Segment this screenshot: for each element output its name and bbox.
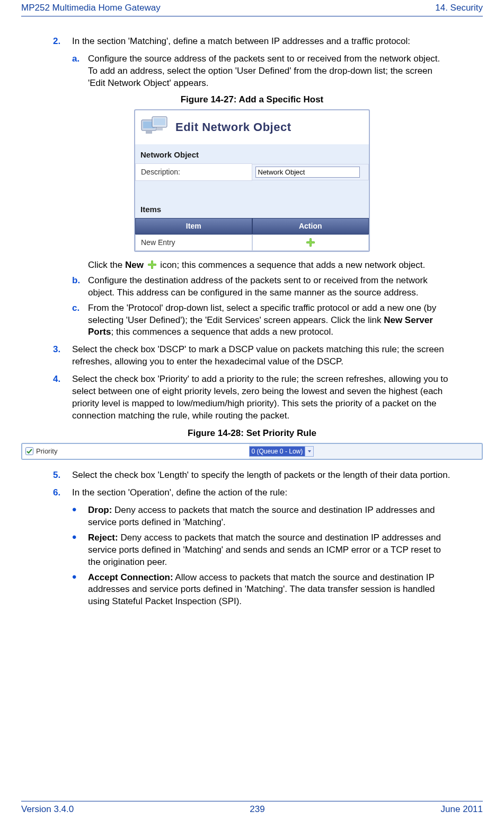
page-header: MP252 Multimedia Home Gateway 14. Securi… — [21, 0, 483, 14]
priority-left: Priority — [22, 444, 249, 459]
cont-pre: Click the — [88, 260, 125, 270]
cont-new-bold: New — [125, 260, 144, 270]
priority-select[interactable]: 0 (Queue 0 - Low) — [249, 446, 314, 457]
step-2b-letter: b. — [72, 275, 88, 299]
priority-select-value: 0 (Queue 0 - Low) — [250, 447, 305, 456]
bullet-icon: • — [72, 504, 88, 529]
step-2a-continuation: Click the New icon; this commences a seq… — [88, 259, 451, 272]
page-footer: Version 3.4.0 239 June 2011 — [21, 801, 483, 816]
edit-network-object-panel: Edit Network Object Network Object Descr… — [134, 109, 370, 252]
bullet-reject: • Reject: Deny access to packets that ma… — [72, 532, 451, 569]
step-3: 3. Select the check box 'DSCP' to mark a… — [53, 344, 451, 368]
section-network-object: Network Object — [135, 144, 369, 163]
step-2a: a. Configure the source address of the p… — [72, 53, 451, 90]
bullet-accept: • Accept Connection: Allow access to pac… — [72, 572, 451, 608]
main-content: 2. In the section 'Matching', define a m… — [21, 36, 483, 440]
bullet-drop-body: Drop: Deny access to packets that match … — [88, 504, 451, 529]
header-right: 14. Security — [435, 2, 483, 14]
cont-post: icon; this commences a sequence that add… — [158, 260, 426, 270]
description-cell — [252, 164, 369, 180]
svg-rect-5 — [156, 128, 163, 130]
items-table-header: Item Action — [135, 218, 369, 234]
step-2c-body: From the 'Protocol' drop-down list, sele… — [88, 302, 451, 339]
figure-14-28-caption: Figure 14-28: Set Priority Rule — [53, 428, 451, 440]
step-4-text: Select the check box 'Priority' to add a… — [72, 373, 451, 422]
drop-text: Deny access to packets that match the so… — [88, 505, 435, 527]
bullet-accept-body: Accept Connection: Allow access to packe… — [88, 572, 451, 608]
footer-rule — [21, 801, 483, 801]
footer-right: June 2011 — [441, 804, 483, 816]
step-6-text: In the section 'Operation', define the a… — [72, 487, 451, 499]
description-label: Description: — [135, 163, 252, 181]
monitor-icon — [139, 115, 170, 140]
step-2c-letter: c. — [72, 302, 88, 339]
header-left: MP252 Multimedia Home Gateway — [21, 2, 161, 14]
description-input[interactable] — [255, 167, 360, 178]
svg-rect-13 — [148, 264, 156, 265]
add-icon-inline — [147, 260, 157, 269]
items-table-row-new[interactable]: New Entry — [135, 234, 369, 251]
step-2a-letter: a. — [72, 53, 88, 90]
footer-center: 239 — [250, 804, 264, 816]
step-2-number: 2. — [53, 36, 72, 48]
drop-bold: Drop: — [88, 505, 112, 515]
step-3-number: 3. — [53, 344, 72, 368]
add-icon[interactable] — [306, 238, 315, 247]
new-entry-action-cell — [252, 234, 369, 251]
priority-rule-panel: Priority 0 (Queue 0 - Low) — [21, 443, 483, 460]
step-2: 2. In the section 'Matching', define a m… — [53, 36, 451, 48]
priority-label: Priority — [36, 447, 57, 456]
svg-rect-14 — [26, 448, 33, 455]
step-2c: c. From the 'Protocol' drop-down list, s… — [72, 302, 451, 339]
description-row: Description: — [135, 163, 369, 181]
step-2c-post: ; this commences a sequence that adds a … — [111, 327, 333, 337]
svg-rect-2 — [146, 131, 152, 134]
panel-title: Edit Network Object — [175, 119, 291, 135]
step-4: 4. Select the check box 'Priority' to ad… — [53, 373, 451, 422]
chevron-down-icon — [305, 447, 313, 456]
reject-text: Deny access to packets that match the so… — [88, 533, 441, 567]
figure-14-27-body: Edit Network Object Network Object Descr… — [53, 109, 451, 252]
step-3-text: Select the check box 'DSCP' to mark a DS… — [72, 344, 451, 368]
bullet-icon: • — [72, 532, 88, 569]
step-2b-text: Configure the destination address of the… — [88, 275, 451, 299]
col-action: Action — [252, 218, 369, 234]
step-5: 5. Select the check box 'Length' to spec… — [53, 469, 451, 482]
section-items: Items — [135, 199, 369, 218]
reject-bold: Reject: — [88, 533, 118, 543]
bullet-drop: • Drop: Deny access to packets that matc… — [72, 504, 451, 529]
main-content-lower: 5. Select the check box 'Length' to spec… — [21, 469, 483, 608]
priority-right: 0 (Queue 0 - Low) — [249, 446, 479, 457]
accept-bold: Accept Connection: — [88, 572, 173, 582]
checkbox-checked-icon[interactable] — [25, 447, 33, 455]
bullet-icon: • — [72, 572, 88, 608]
step-5-number: 5. — [53, 469, 72, 482]
header-rule — [21, 16, 483, 16]
step-2a-text: Configure the source address of the pack… — [88, 53, 451, 90]
step-6: 6. In the section 'Operation', define th… — [53, 487, 451, 499]
bullet-reject-body: Reject: Deny access to packets that matc… — [88, 532, 451, 569]
col-item: Item — [135, 218, 252, 234]
step-6-number: 6. — [53, 487, 72, 499]
new-entry-label: New Entry — [135, 234, 252, 251]
step-4-number: 4. — [53, 373, 72, 422]
svg-rect-4 — [154, 118, 165, 125]
step-5-text: Select the check box 'Length' to specify… — [72, 469, 451, 482]
panel-title-row: Edit Network Object — [135, 110, 369, 144]
figure-14-27-caption: Figure 14-27: Add a Specific Host — [53, 94, 451, 106]
step-2-text: In the section 'Matching', define a matc… — [72, 36, 451, 48]
svg-rect-9 — [306, 242, 314, 243]
footer-left: Version 3.4.0 — [21, 804, 74, 816]
step-2b: b. Configure the destination address of … — [72, 275, 451, 299]
